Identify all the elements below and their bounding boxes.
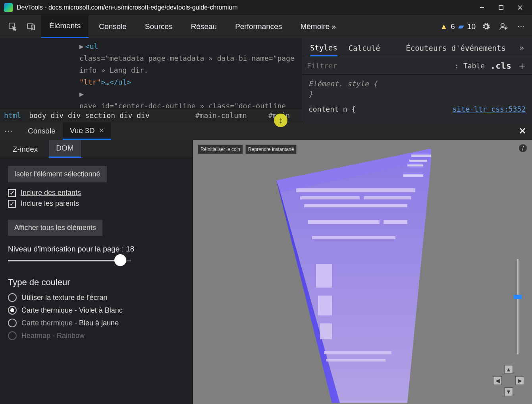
nesting-level-label: Niveau d'imbrication pour la page : 18 — [8, 245, 184, 253]
info-count[interactable]: 10 — [467, 22, 476, 31]
nav-right-button[interactable]: ▶ — [515, 376, 524, 385]
tab-console[interactable]: Console — [91, 15, 135, 38]
view3d-controls: Z-index DOM Isoler l'élément sélectionné… — [0, 140, 193, 404]
breadcrumb-html[interactable]: html — [4, 110, 21, 122]
svg-rect-21 — [320, 323, 332, 339]
subtab-dom[interactable]: DOM — [49, 140, 81, 158]
radio-rainbow[interactable] — [8, 331, 17, 340]
include-parents-checkbox[interactable] — [8, 200, 16, 208]
reset-view-button[interactable]: Réinitialiser le coin — [198, 145, 243, 154]
device-toolbar-icon[interactable] — [23, 19, 39, 35]
breadcrumb[interactable]: html body div div section div div #main-… — [0, 108, 302, 122]
svg-rect-20 — [318, 296, 332, 315]
window-maximize-button[interactable] — [492, 1, 511, 14]
svg-rect-17 — [384, 220, 407, 224]
svg-rect-18 — [312, 236, 395, 239]
svg-rect-16 — [308, 220, 380, 224]
elements-panel: ▶<ul class="metadata page-metadata » dat… — [0, 38, 532, 122]
zoom-slider[interactable] — [517, 259, 519, 354]
nav-dpad: ▲ ▼ ◀ ▶ — [493, 365, 524, 396]
styles-tab-styles[interactable]: Styles — [310, 39, 337, 56]
svg-rect-24 — [411, 155, 431, 157]
view3d-canvas[interactable]: Réinitialiser le coin Reprendre instanta… — [193, 140, 532, 404]
svg-rect-22 — [324, 351, 391, 354]
svg-point-8 — [505, 27, 507, 28]
profile-icon[interactable] — [496, 19, 511, 34]
color-type-title: Type de couleur — [8, 277, 184, 288]
drawer-tab-console[interactable]: Console — [21, 122, 63, 140]
cls-toggle[interactable]: .cls — [490, 61, 511, 71]
svg-rect-23 — [326, 359, 386, 361]
styles-tab-listeners[interactable]: Écouteurs d'événements — [406, 39, 506, 56]
nav-left-button[interactable]: ◀ — [493, 376, 502, 385]
warning-icon[interactable]: ▲ — [440, 22, 447, 31]
drawer-resize-handle-icon[interactable]: ↕ — [274, 114, 287, 127]
include-children-checkbox[interactable] — [8, 189, 16, 197]
dom-3d-visualization[interactable] — [272, 145, 447, 403]
window-titlebar: DevTools - docs.microsoft.com/en-us/micr… — [0, 0, 532, 15]
breadcrumb-main-column[interactable]: #main-column — [195, 110, 247, 122]
element-style-close: } — [308, 89, 526, 99]
svg-rect-26 — [407, 164, 423, 166]
window-minimize-button[interactable] — [472, 1, 492, 14]
inspect-element-icon[interactable] — [5, 19, 21, 35]
svg-point-7 — [501, 23, 504, 27]
new-style-rule-button[interactable]: ＋ — [517, 59, 527, 73]
tab-performance[interactable]: Performances — [227, 15, 290, 38]
svg-rect-13 — [300, 196, 360, 199]
radio-purple-white[interactable] — [8, 306, 17, 315]
drawer-more-icon[interactable]: ⋯ — [4, 126, 13, 136]
styles-panel: Styles Calculé Écouteurs d'événements » … — [302, 38, 532, 122]
tab-network[interactable]: Réseau — [183, 15, 225, 38]
close-drawer-button[interactable]: ✕ — [519, 126, 526, 137]
radio-blue-yellow[interactable] — [8, 319, 17, 327]
warning-count[interactable]: 6 — [451, 22, 455, 31]
svg-rect-25 — [409, 160, 427, 162]
edge-app-icon — [4, 3, 13, 12]
tab-memory[interactable]: Mémoire » — [292, 15, 344, 38]
drawer: ↕ ⋯ Console Vue 3D ✕ ✕ Z-index DOM Isole… — [0, 122, 532, 404]
tab-elements[interactable]: Éléments — [41, 15, 89, 38]
breadcrumb-path[interactable]: body div div section div div — [29, 110, 149, 122]
svg-rect-1 — [499, 6, 503, 10]
radio-screen-texture[interactable] — [8, 293, 17, 302]
include-children-label: Inclure des enfants — [21, 189, 81, 197]
info-icon[interactable]: ▰ — [458, 22, 464, 31]
settings-gear-icon[interactable] — [479, 19, 493, 34]
css-source-link[interactable]: site-ltr_css:5352 — [453, 104, 526, 114]
element-style-open: Élément. style { — [308, 79, 526, 89]
main-toolbar: Éléments Console Sources Réseau Performa… — [0, 15, 532, 38]
svg-rect-5 — [27, 24, 33, 28]
styles-tabs-overflow-icon[interactable]: » — [519, 43, 524, 52]
svg-rect-14 — [364, 196, 411, 199]
tab-sources[interactable]: Sources — [137, 15, 181, 38]
svg-rect-19 — [316, 264, 332, 288]
dom-tree[interactable]: ▶<ul class="metadata page-metadata » dat… — [0, 38, 302, 122]
zoom-slider-thumb[interactable] — [514, 295, 522, 299]
nav-up-button[interactable]: ▲ — [504, 365, 513, 374]
css-rule[interactable]: content_n { — [308, 104, 356, 114]
window-title: DevTools - docs.microsoft.com/en-us/micr… — [17, 4, 238, 11]
close-3dview-tab-icon[interactable]: ✕ — [95, 127, 104, 134]
styles-tab-computed[interactable]: Calculé — [349, 39, 380, 56]
nav-down-button[interactable]: ▼ — [504, 387, 513, 396]
nesting-level-slider[interactable] — [8, 260, 131, 261]
canvas-info-icon[interactable]: i — [519, 144, 527, 153]
svg-rect-27 — [403, 174, 423, 177]
styles-filter-input[interactable] — [307, 62, 426, 70]
dom-node-ul[interactable]: <ul — [85, 41, 98, 52]
hover-state-button[interactable]: : Table — [455, 62, 485, 70]
more-menu-icon[interactable]: ⋯ — [514, 19, 528, 34]
subtab-zindex[interactable]: Z-index — [6, 141, 45, 158]
drawer-tab-3dview[interactable]: Vue 3D ✕ — [63, 122, 112, 140]
window-close-button[interactable] — [511, 1, 530, 14]
include-parents-label: Inclure les parents — [21, 199, 79, 208]
svg-rect-15 — [304, 204, 407, 207]
svg-rect-12 — [296, 188, 415, 192]
drawer-tabbar: ↕ ⋯ Console Vue 3D ✕ ✕ — [0, 122, 532, 140]
isolate-element-button[interactable]: Isoler l'élément sélectionné — [8, 166, 107, 182]
show-all-elements-button[interactable]: Afficher tous les éléments — [8, 220, 102, 236]
